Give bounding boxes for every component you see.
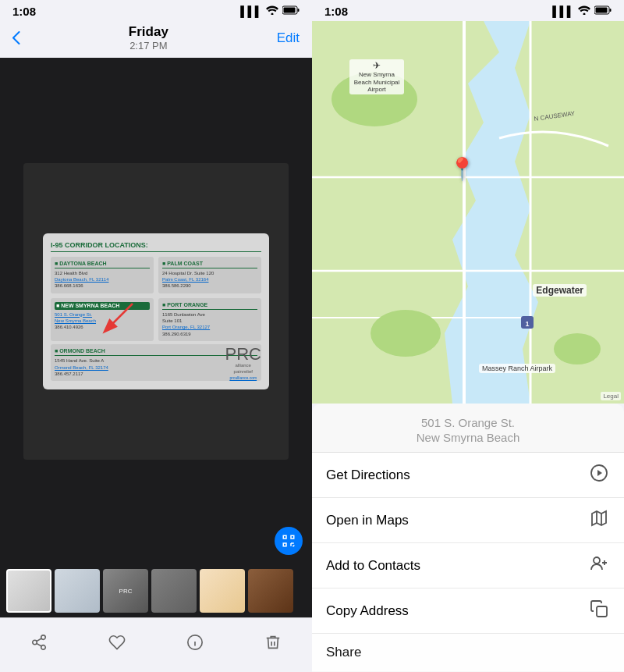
svg-rect-7 — [291, 535, 294, 539]
right-status-icons: ▌▌▌ — [552, 5, 612, 17]
scan-button[interactable] — [275, 527, 303, 555]
back-button[interactable] — [12, 31, 20, 44]
massey-label: Massey Ranch Airpark — [479, 364, 555, 373]
person-add-icon — [588, 554, 610, 577]
massey-text: Massey Ranch Airpark — [482, 364, 552, 372]
map-location-pin: 📍 — [448, 156, 476, 182]
thumb-2[interactable] — [55, 569, 100, 613]
svg-rect-2 — [298, 9, 300, 12]
svg-point-0 — [271, 13, 274, 16]
right-time: 1:08 — [324, 5, 348, 18]
add-to-contacts-label: Add to Contacts — [326, 558, 420, 574]
prc-logo: PRC alliancepainreliefprcalliance.com — [225, 346, 261, 381]
photo-content-area: I-95 CORRIDOR LOCATIONS: ■ DAYTONA BEACH… — [23, 163, 289, 460]
red-arrow — [90, 300, 136, 339]
bottom-toolbar — [0, 617, 312, 672]
svg-rect-42 — [597, 606, 607, 617]
port-orange-address: 1165 Dunlawton AveSuite 101Port Orange, … — [162, 311, 257, 338]
edit-button[interactable]: Edit — [277, 30, 300, 46]
svg-rect-19 — [596, 8, 608, 13]
signal-icon: ▌▌▌ — [240, 5, 262, 17]
right-signal-icon: ▌▌▌ — [552, 5, 574, 17]
copy-address-item[interactable]: Copy Address — [312, 588, 624, 634]
thumb-6[interactable] — [248, 569, 293, 613]
svg-text:1: 1 — [525, 320, 529, 328]
open-in-maps-label: Open in Maps — [326, 513, 409, 528]
prc-sub: alliancepainreliefprcalliance.com — [225, 363, 261, 381]
svg-rect-6 — [283, 535, 286, 539]
svg-rect-18 — [610, 9, 612, 12]
get-directions-label: Get Directions — [326, 468, 410, 483]
location-port-orange: ■ PORT ORANGE 1165 Dunlawton AveSuite 10… — [158, 298, 261, 342]
copy-address-label: Copy Address — [326, 603, 409, 619]
right-battery-icon — [594, 5, 612, 17]
right-wifi-icon — [578, 5, 590, 17]
svg-point-39 — [594, 557, 600, 564]
daytona-address: 312 Health BlvdDaytona Beach, FL 3211438… — [55, 270, 150, 290]
port-orange-title: ■ PORT ORANGE — [162, 302, 257, 310]
left-status-icons: ▌▌▌ — [240, 5, 300, 17]
left-phone-panel: 1:08 ▌▌▌ Friday — [0, 0, 312, 672]
thumb-1[interactable] — [6, 569, 51, 613]
thumb-4[interactable] — [151, 569, 197, 613]
nav-title-group: Friday 2:17 PM — [129, 24, 168, 52]
svg-rect-8 — [283, 543, 286, 546]
left-time: 1:08 — [12, 5, 36, 18]
card-title: I-95 CORRIDOR LOCATIONS: — [51, 241, 261, 252]
share-label: Share — [326, 645, 361, 660]
get-directions-item[interactable]: Get Directions — [312, 453, 624, 498]
right-status-bar: 1:08 ▌▌▌ — [312, 0, 624, 21]
card-locations-grid: ■ DAYTONA BEACH 312 Health BlvdDaytona B… — [51, 257, 261, 342]
svg-rect-3 — [284, 8, 296, 13]
thumb-3[interactable]: PRC — [103, 569, 148, 613]
open-in-maps-item[interactable]: Open in Maps — [312, 498, 624, 543]
location-palm-coast: ■ PALM COAST 24 Hospital Dr. Suite 120Pa… — [158, 257, 261, 293]
directions-icon — [588, 464, 610, 486]
left-status-bar: 1:08 ▌▌▌ — [0, 0, 312, 21]
thumb-5[interactable] — [200, 569, 245, 613]
edgewater-label: Edgewater — [533, 284, 587, 297]
maps-icon — [588, 509, 610, 532]
info-button[interactable] — [179, 627, 211, 658]
map-view[interactable]: N CAUSEWAY 1 ✈ New Smyrna Beach Municipa… — [312, 21, 624, 404]
context-address-line1: 501 S. Orange St. — [324, 414, 612, 431]
business-card: I-95 CORRIDOR LOCATIONS: ■ DAYTONA BEACH… — [43, 233, 269, 389]
right-phone-panel: 1:08 ▌▌▌ — [312, 0, 624, 672]
photo-viewer: I-95 CORRIDOR LOCATIONS: ■ DAYTONA BEACH… — [0, 58, 312, 564]
svg-marker-35 — [597, 470, 602, 476]
svg-point-30 — [554, 333, 601, 364]
palm-coast-title: ■ PALM COAST — [162, 261, 257, 268]
prc-text: PRC — [225, 346, 261, 363]
context-header: 501 S. Orange St. New Smyrna Beach — [312, 404, 624, 453]
add-to-contacts-item[interactable]: Add to Contacts — [312, 543, 624, 588]
context-menu: 501 S. Orange St. New Smyrna Beach Get D… — [312, 404, 624, 672]
airport-text: New Smyrna Beach Municipal Airport — [353, 71, 401, 94]
share-button[interactable] — [23, 627, 55, 658]
airport-label: ✈ New Smyrna Beach Municipal Airport — [349, 59, 404, 94]
favorite-button[interactable] — [101, 627, 133, 658]
battery-icon — [282, 5, 300, 17]
svg-marker-36 — [592, 511, 606, 525]
daytona-title: ■ DAYTONA BEACH — [55, 261, 150, 268]
context-address-line2: New Smyrna Beach — [324, 431, 612, 444]
wifi-icon — [266, 5, 278, 17]
svg-line-5 — [105, 304, 133, 331]
palm-coast-address: 24 Hospital Dr. Suite 120Palm Coast, FL … — [162, 270, 257, 290]
nav-time-subtitle: 2:17 PM — [129, 40, 168, 52]
map-legal: Legal — [601, 392, 621, 400]
copy-icon — [588, 599, 610, 622]
delete-button[interactable] — [257, 627, 289, 658]
thumbnail-strip: PRC — [0, 564, 312, 617]
location-daytona: ■ DAYTONA BEACH 312 Health BlvdDaytona B… — [51, 257, 154, 293]
svg-point-16 — [583, 13, 586, 16]
svg-point-29 — [370, 310, 441, 357]
nav-day-title: Friday — [129, 24, 168, 40]
left-nav-bar: Friday 2:17 PM Edit — [0, 21, 312, 58]
share-item[interactable]: Share — [312, 634, 624, 671]
